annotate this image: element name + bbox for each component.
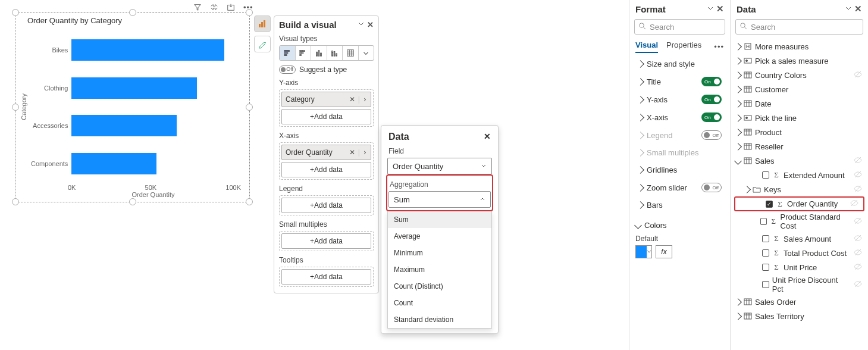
- aggregation-option[interactable]: Count (Distinct): [388, 278, 491, 295]
- aggregation-option[interactable]: Minimum: [388, 245, 491, 261]
- chevron-right-icon[interactable]: [734, 100, 742, 108]
- hidden-icon[interactable]: [854, 234, 862, 244]
- well-legend-add[interactable]: +Add data: [281, 198, 371, 213]
- toggle[interactable]: On: [701, 77, 722, 86]
- aggregation-option[interactable]: Maximum: [388, 261, 491, 278]
- tree-row[interactable]: More measures: [732, 39, 867, 54]
- format-row[interactable]: LegendOff: [632, 126, 728, 144]
- tree-row[interactable]: Keys: [732, 182, 867, 196]
- hidden-icon[interactable]: [854, 280, 862, 290]
- aggregation-select[interactable]: Sum: [388, 191, 491, 208]
- chevron-right-icon[interactable]: [734, 114, 742, 122]
- chevron-right-icon[interactable]: [743, 186, 751, 193]
- format-row[interactable]: Gridlines: [632, 161, 728, 179]
- format-row[interactable]: Zoom sliderOff: [632, 179, 728, 196]
- toggle[interactable]: On: [701, 112, 722, 122]
- build-visual-button[interactable]: [254, 15, 271, 32]
- chevron-down-icon[interactable]: [634, 221, 642, 229]
- aggregation-option[interactable]: Standard deviation: [388, 311, 491, 328]
- chevron-down-icon[interactable]: [845, 4, 852, 14]
- color-swatch[interactable]: [635, 245, 652, 258]
- hidden-icon[interactable]: [854, 170, 862, 180]
- chevron-right-icon[interactable]: [734, 129, 742, 136]
- remove-icon[interactable]: ✕: [349, 95, 355, 104]
- bar[interactable]: [71, 77, 197, 99]
- tree-row[interactable]: Pick the line: [732, 111, 867, 125]
- hidden-icon[interactable]: [854, 262, 862, 273]
- hidden-icon[interactable]: [854, 185, 862, 195]
- chevron-right-icon[interactable]: [734, 298, 742, 306]
- resize-handle[interactable]: [12, 104, 19, 111]
- resize-handle[interactable]: [12, 9, 19, 16]
- format-row[interactable]: TitleOn: [632, 73, 728, 90]
- hidden-icon[interactable]: [854, 248, 862, 258]
- tree-row[interactable]: ΣExtended Amount: [732, 168, 867, 182]
- vt-more[interactable]: [359, 46, 374, 60]
- well-x-field[interactable]: Order Quantity ✕|›: [281, 145, 371, 160]
- tree-row[interactable]: Date: [732, 96, 867, 111]
- hidden-icon[interactable]: [854, 217, 862, 227]
- chevron-right-icon[interactable]: [734, 86, 742, 93]
- hidden-icon[interactable]: [854, 156, 862, 166]
- tree-row[interactable]: Sales: [732, 154, 867, 168]
- resize-handle[interactable]: [129, 198, 136, 205]
- format-row[interactable]: Bars: [632, 196, 728, 214]
- tab-visual[interactable]: Visual: [635, 40, 658, 53]
- tree-row[interactable]: ΣProduct Standard Cost: [732, 211, 867, 232]
- format-search[interactable]: Search: [634, 19, 725, 35]
- close-icon[interactable]: ✕: [367, 20, 374, 29]
- tree-row[interactable]: Pick a sales measure: [732, 54, 867, 68]
- close-icon[interactable]: ✕: [716, 4, 724, 14]
- checkbox[interactable]: [762, 235, 769, 242]
- toggle[interactable]: Off: [701, 130, 722, 140]
- aggregation-option[interactable]: Sum: [388, 211, 491, 228]
- chevron-right-icon[interactable]: ›: [363, 95, 367, 104]
- hidden-icon[interactable]: [850, 199, 858, 209]
- tree-row[interactable]: ΣUnit Price: [732, 260, 867, 274]
- chevron-right-icon[interactable]: [734, 312, 742, 320]
- bar[interactable]: [71, 153, 156, 174]
- chevron-down-icon[interactable]: [707, 4, 714, 14]
- tree-row[interactable]: Country Colors: [732, 68, 867, 82]
- toggle[interactable]: On: [701, 95, 722, 104]
- chevron-down-icon[interactable]: [358, 20, 365, 29]
- checkbox[interactable]: [766, 201, 773, 208]
- tree-row[interactable]: Customer: [732, 82, 867, 96]
- format-row[interactable]: X-axisOn: [632, 108, 728, 126]
- close-icon[interactable]: ✕: [854, 4, 862, 14]
- vt-table[interactable]: [343, 46, 359, 60]
- checkbox[interactable]: [760, 218, 767, 225]
- data-search[interactable]: Search: [735, 19, 863, 35]
- visual-selection[interactable]: Order Quantity by Category Category Bike…: [15, 12, 250, 202]
- well-y-field[interactable]: Category ✕|›: [281, 92, 371, 107]
- checkbox[interactable]: [762, 249, 769, 257]
- resize-handle[interactable]: [12, 198, 19, 205]
- chevron-right-icon[interactable]: ›: [363, 148, 367, 157]
- checkbox[interactable]: [762, 281, 769, 288]
- resize-handle[interactable]: [129, 9, 136, 16]
- aggregation-option[interactable]: Count: [388, 295, 491, 311]
- tree-row[interactable]: ΣTotal Product Cost: [732, 246, 867, 260]
- resize-handle[interactable]: [246, 198, 253, 205]
- more-icon[interactable]: •••: [714, 42, 724, 51]
- checkbox[interactable]: [762, 171, 769, 179]
- format-row[interactable]: Small multiples: [632, 144, 728, 161]
- remove-icon[interactable]: ✕: [349, 148, 355, 157]
- chevron-right-icon[interactable]: [734, 143, 742, 151]
- chevron-right-icon[interactable]: [734, 71, 742, 79]
- close-icon[interactable]: ✕: [484, 132, 491, 142]
- tree-row[interactable]: Sales Order: [732, 295, 867, 309]
- checkbox[interactable]: [762, 264, 769, 271]
- chevron-right-icon[interactable]: [734, 57, 742, 65]
- bar[interactable]: [71, 39, 224, 61]
- format-row[interactable]: Y-axisOn: [632, 90, 728, 108]
- hidden-icon[interactable]: [854, 70, 862, 80]
- vt-bar-horizontal[interactable]: [280, 46, 296, 60]
- chevron-down-icon[interactable]: [734, 157, 742, 165]
- well-x-add[interactable]: +Add data: [281, 162, 371, 177]
- tree-row[interactable]: Product: [732, 125, 867, 139]
- aggregation-option[interactable]: Average: [388, 228, 491, 245]
- tree-row[interactable]: Sales Territory: [732, 309, 867, 323]
- well-sm-add[interactable]: +Add data: [281, 233, 371, 249]
- vt-bar-stacked[interactable]: [296, 46, 312, 60]
